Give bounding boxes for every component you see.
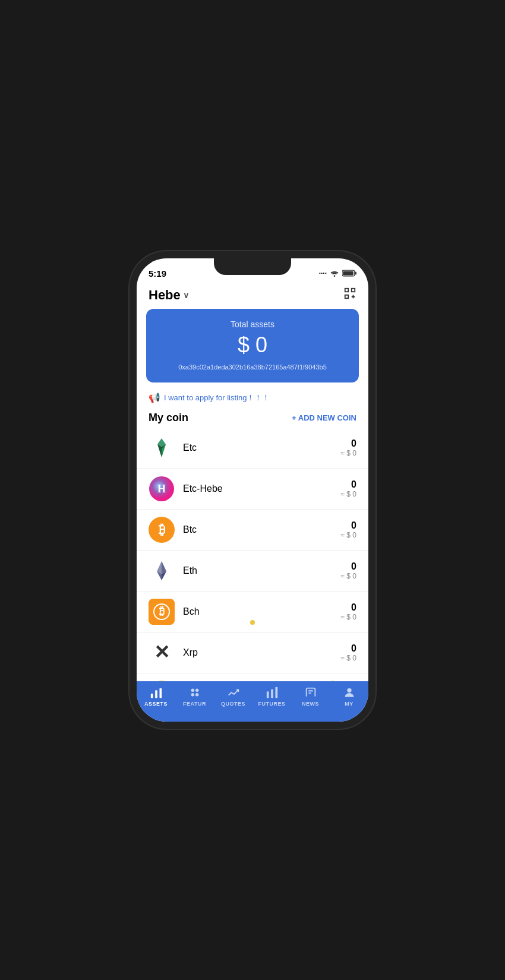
svg-rect-37	[275, 687, 277, 698]
nav-label-quotes: QUOTES	[221, 701, 245, 707]
nav-item-news[interactable]: NEWS	[291, 686, 330, 710]
svg-rect-5	[352, 289, 355, 292]
svg-rect-36	[271, 690, 273, 698]
svg-rect-2	[343, 271, 354, 275]
scan-icon[interactable]	[343, 287, 356, 303]
svg-rect-30	[159, 688, 162, 698]
svg-rect-28	[150, 694, 153, 698]
list-item[interactable]: ✕ Xrp 0 ≈ $ 0	[137, 633, 368, 674]
nav-item-featur[interactable]: FEATUR	[175, 686, 214, 710]
svg-rect-29	[155, 690, 157, 698]
coin-value-etc: 0 ≈ $ 0	[340, 438, 356, 457]
nav-label-my: MY	[345, 701, 354, 707]
coin-usd-etc: ≈ $ 0	[340, 449, 356, 457]
status-icons: ····	[319, 269, 356, 277]
wallet-address[interactable]: 0xa39c02a1deda302b16a38b72165a487f1f9043…	[158, 363, 347, 371]
coin-name-etc: Etc	[183, 442, 340, 453]
coin-amount-etc-hebe: 0	[340, 479, 356, 490]
list-item[interactable]: Etc 0 ≈ $ 0	[137, 428, 368, 469]
coin-name-eth: Eth	[183, 565, 340, 576]
coin-amount-bch: 0	[340, 602, 356, 613]
bch-dot-indicator	[250, 620, 255, 625]
total-assets-card: Total assets $ 0 0xa39c02a1deda302b16a38…	[146, 309, 359, 382]
svg-rect-4	[345, 289, 349, 292]
quotes-nav-icon	[227, 686, 240, 699]
list-item[interactable]: ₿ Bsv 0 ≈ $ 0	[137, 674, 368, 681]
svg-text:✕: ✕	[154, 641, 170, 663]
coin-amount-xrp: 0	[340, 643, 356, 654]
header: Hebe ∨	[137, 284, 368, 309]
coin-value-xrp: 0 ≈ $ 0	[340, 643, 356, 662]
svg-text:H: H	[157, 483, 166, 495]
svg-rect-35	[266, 691, 269, 698]
coin-name-etc-hebe: Etc-Hebe	[183, 483, 340, 494]
nav-item-quotes[interactable]: QUOTES	[214, 686, 252, 710]
nav-label-news: NEWS	[302, 701, 319, 707]
eth-coin-icon	[149, 558, 175, 584]
coin-amount-btc: 0	[340, 520, 356, 531]
coin-value-bch: 0 ≈ $ 0	[340, 602, 356, 621]
coin-usd-btc: ≈ $ 0	[340, 531, 356, 539]
nav-label-futures: FUTURES	[258, 701, 286, 707]
svg-point-34	[195, 693, 198, 697]
coin-value-btc: 0 ≈ $ 0	[340, 520, 356, 539]
svg-point-40	[347, 688, 351, 693]
my-coin-title: My coin	[149, 412, 188, 424]
etc-hebe-coin-icon: H	[149, 476, 175, 502]
featur-nav-icon	[188, 686, 201, 699]
assets-nav-icon	[150, 686, 163, 699]
chevron-down-icon: ∨	[183, 290, 189, 300]
coin-name-btc: Btc	[183, 524, 340, 535]
list-item[interactable]: ₿ Btc 0 ≈ $ 0	[137, 510, 368, 551]
svg-point-31	[191, 689, 194, 693]
coin-amount-eth: 0	[340, 561, 356, 572]
megaphone-icon: 📢	[149, 392, 160, 403]
coin-usd-bch: ≈ $ 0	[340, 613, 356, 621]
nav-label-assets: ASSETS	[144, 701, 168, 707]
status-time: 5:19	[149, 268, 166, 279]
coin-value-etc-hebe: 0 ≈ $ 0	[340, 479, 356, 498]
coin-list: Etc 0 ≈ $ 0	[137, 428, 368, 681]
nav-label-featur: FEATUR	[183, 701, 206, 707]
add-new-coin-button[interactable]: + ADD NEW COIN	[292, 413, 356, 422]
coin-usd-eth: ≈ $ 0	[340, 572, 356, 580]
nav-item-my[interactable]: MY	[330, 686, 368, 710]
main-content: Total assets $ 0 0xa39c02a1deda302b16a38…	[137, 309, 368, 681]
header-title[interactable]: Hebe ∨	[149, 287, 189, 303]
svg-rect-3	[355, 272, 356, 275]
my-coin-section-header: My coin + ADD NEW COIN	[137, 407, 368, 428]
wifi-icon	[330, 270, 339, 277]
total-assets-label: Total assets	[158, 320, 347, 329]
svg-text:₿: ₿	[159, 605, 165, 617]
my-nav-icon	[343, 686, 356, 699]
list-item[interactable]: ₿ Bch 0 ≈ $ 0	[137, 592, 368, 633]
xrp-coin-icon: ✕	[149, 640, 175, 666]
total-assets-value: $ 0	[158, 333, 347, 358]
coin-usd-etc-hebe: ≈ $ 0	[340, 490, 356, 498]
wallet-name: Hebe	[149, 287, 181, 303]
bch-coin-icon: ₿	[149, 599, 175, 625]
news-nav-icon	[304, 686, 317, 699]
bottom-navigation: ASSETS FEATUR QUOTES FUTURES NEWS	[137, 681, 368, 722]
list-item[interactable]: H Etc-Hebe 0 ≈ $ 0	[137, 469, 368, 510]
svg-point-33	[191, 693, 194, 697]
listing-banner[interactable]: 📢 I want to apply for listing！！！	[137, 388, 368, 407]
battery-icon	[342, 270, 356, 277]
coin-name-bch: Bch	[183, 606, 340, 617]
btc-coin-icon: ₿	[149, 517, 175, 543]
signal-icon: ····	[319, 269, 327, 277]
svg-rect-6	[345, 295, 349, 299]
etc-coin-icon	[149, 435, 175, 461]
coin-value-eth: 0 ≈ $ 0	[340, 561, 356, 580]
listing-text: I want to apply for listing！！！	[164, 393, 270, 403]
svg-point-0	[334, 275, 336, 277]
coin-amount-etc: 0	[340, 438, 356, 449]
nav-item-futures[interactable]: FUTURES	[252, 686, 291, 710]
nav-item-assets[interactable]: ASSETS	[137, 686, 175, 710]
coin-name-xrp: Xrp	[183, 647, 340, 658]
list-item[interactable]: Eth 0 ≈ $ 0	[137, 551, 368, 592]
svg-point-32	[195, 689, 198, 693]
coin-usd-xrp: ≈ $ 0	[340, 654, 356, 662]
futures-nav-icon	[266, 686, 279, 699]
